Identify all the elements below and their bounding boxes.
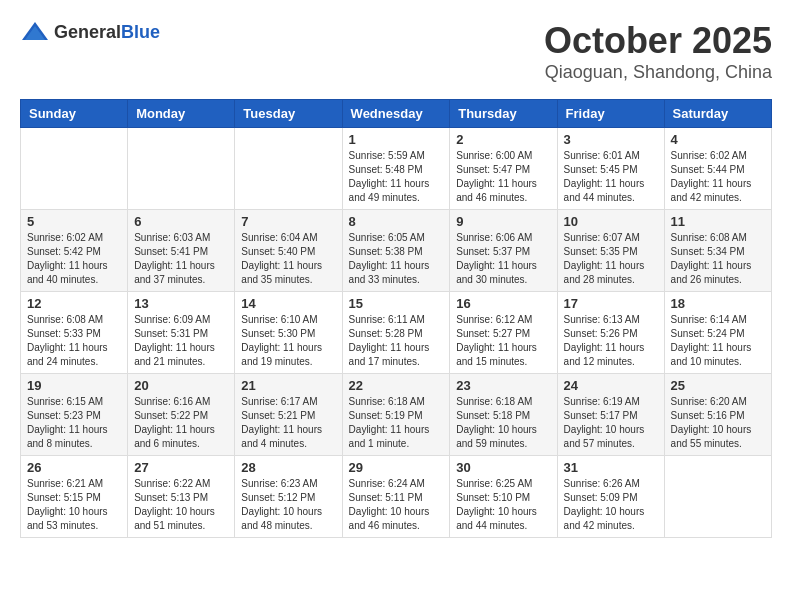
day-info: Sunrise: 6:23 AM Sunset: 5:12 PM Dayligh… [241, 477, 335, 533]
day-number: 31 [564, 460, 658, 475]
day-number: 21 [241, 378, 335, 393]
calendar-day-cell: 14Sunrise: 6:10 AM Sunset: 5:30 PM Dayli… [235, 292, 342, 374]
logo-icon [20, 20, 50, 44]
day-info: Sunrise: 6:24 AM Sunset: 5:11 PM Dayligh… [349, 477, 444, 533]
page-header: GeneralBlue October 2025 Qiaoguan, Shand… [20, 20, 772, 83]
weekday-header: Tuesday [235, 100, 342, 128]
day-info: Sunrise: 6:04 AM Sunset: 5:40 PM Dayligh… [241, 231, 335, 287]
day-info: Sunrise: 6:02 AM Sunset: 5:44 PM Dayligh… [671, 149, 765, 205]
day-number: 11 [671, 214, 765, 229]
day-info: Sunrise: 6:14 AM Sunset: 5:24 PM Dayligh… [671, 313, 765, 369]
day-info: Sunrise: 6:19 AM Sunset: 5:17 PM Dayligh… [564, 395, 658, 451]
calendar-week-row: 26Sunrise: 6:21 AM Sunset: 5:15 PM Dayli… [21, 456, 772, 538]
calendar-day-cell [128, 128, 235, 210]
day-info: Sunrise: 6:13 AM Sunset: 5:26 PM Dayligh… [564, 313, 658, 369]
day-info: Sunrise: 6:08 AM Sunset: 5:33 PM Dayligh… [27, 313, 121, 369]
calendar-day-cell: 29Sunrise: 6:24 AM Sunset: 5:11 PM Dayli… [342, 456, 450, 538]
calendar-day-cell: 12Sunrise: 6:08 AM Sunset: 5:33 PM Dayli… [21, 292, 128, 374]
calendar-day-cell: 17Sunrise: 6:13 AM Sunset: 5:26 PM Dayli… [557, 292, 664, 374]
weekday-header: Saturday [664, 100, 771, 128]
day-number: 25 [671, 378, 765, 393]
calendar-day-cell: 28Sunrise: 6:23 AM Sunset: 5:12 PM Dayli… [235, 456, 342, 538]
weekday-header: Monday [128, 100, 235, 128]
day-info: Sunrise: 6:03 AM Sunset: 5:41 PM Dayligh… [134, 231, 228, 287]
weekday-header: Wednesday [342, 100, 450, 128]
calendar-week-row: 1Sunrise: 5:59 AM Sunset: 5:48 PM Daylig… [21, 128, 772, 210]
day-number: 26 [27, 460, 121, 475]
calendar-week-row: 19Sunrise: 6:15 AM Sunset: 5:23 PM Dayli… [21, 374, 772, 456]
day-info: Sunrise: 6:18 AM Sunset: 5:18 PM Dayligh… [456, 395, 550, 451]
day-number: 7 [241, 214, 335, 229]
calendar-day-cell: 26Sunrise: 6:21 AM Sunset: 5:15 PM Dayli… [21, 456, 128, 538]
day-info: Sunrise: 6:25 AM Sunset: 5:10 PM Dayligh… [456, 477, 550, 533]
calendar-day-cell: 25Sunrise: 6:20 AM Sunset: 5:16 PM Dayli… [664, 374, 771, 456]
day-number: 30 [456, 460, 550, 475]
location-title: Qiaoguan, Shandong, China [544, 62, 772, 83]
calendar-day-cell: 30Sunrise: 6:25 AM Sunset: 5:10 PM Dayli… [450, 456, 557, 538]
day-number: 3 [564, 132, 658, 147]
calendar-header: SundayMondayTuesdayWednesdayThursdayFrid… [21, 100, 772, 128]
day-number: 15 [349, 296, 444, 311]
weekday-header: Thursday [450, 100, 557, 128]
logo-blue: Blue [121, 22, 160, 42]
day-number: 19 [27, 378, 121, 393]
day-number: 28 [241, 460, 335, 475]
day-info: Sunrise: 6:15 AM Sunset: 5:23 PM Dayligh… [27, 395, 121, 451]
calendar-week-row: 12Sunrise: 6:08 AM Sunset: 5:33 PM Dayli… [21, 292, 772, 374]
day-info: Sunrise: 6:05 AM Sunset: 5:38 PM Dayligh… [349, 231, 444, 287]
calendar-day-cell: 27Sunrise: 6:22 AM Sunset: 5:13 PM Dayli… [128, 456, 235, 538]
calendar-day-cell: 23Sunrise: 6:18 AM Sunset: 5:18 PM Dayli… [450, 374, 557, 456]
day-number: 8 [349, 214, 444, 229]
day-info: Sunrise: 6:21 AM Sunset: 5:15 PM Dayligh… [27, 477, 121, 533]
day-info: Sunrise: 6:18 AM Sunset: 5:19 PM Dayligh… [349, 395, 444, 451]
calendar-week-row: 5Sunrise: 6:02 AM Sunset: 5:42 PM Daylig… [21, 210, 772, 292]
calendar-day-cell: 7Sunrise: 6:04 AM Sunset: 5:40 PM Daylig… [235, 210, 342, 292]
day-number: 27 [134, 460, 228, 475]
calendar-body: 1Sunrise: 5:59 AM Sunset: 5:48 PM Daylig… [21, 128, 772, 538]
calendar-day-cell: 21Sunrise: 6:17 AM Sunset: 5:21 PM Dayli… [235, 374, 342, 456]
calendar-day-cell: 4Sunrise: 6:02 AM Sunset: 5:44 PM Daylig… [664, 128, 771, 210]
calendar: SundayMondayTuesdayWednesdayThursdayFrid… [20, 99, 772, 538]
calendar-day-cell: 24Sunrise: 6:19 AM Sunset: 5:17 PM Dayli… [557, 374, 664, 456]
day-info: Sunrise: 6:08 AM Sunset: 5:34 PM Dayligh… [671, 231, 765, 287]
calendar-day-cell: 13Sunrise: 6:09 AM Sunset: 5:31 PM Dayli… [128, 292, 235, 374]
day-info: Sunrise: 6:00 AM Sunset: 5:47 PM Dayligh… [456, 149, 550, 205]
calendar-day-cell: 6Sunrise: 6:03 AM Sunset: 5:41 PM Daylig… [128, 210, 235, 292]
calendar-day-cell: 15Sunrise: 6:11 AM Sunset: 5:28 PM Dayli… [342, 292, 450, 374]
month-title: October 2025 [544, 20, 772, 62]
day-info: Sunrise: 6:10 AM Sunset: 5:30 PM Dayligh… [241, 313, 335, 369]
calendar-day-cell [235, 128, 342, 210]
calendar-day-cell: 1Sunrise: 5:59 AM Sunset: 5:48 PM Daylig… [342, 128, 450, 210]
day-info: Sunrise: 6:26 AM Sunset: 5:09 PM Dayligh… [564, 477, 658, 533]
calendar-day-cell: 10Sunrise: 6:07 AM Sunset: 5:35 PM Dayli… [557, 210, 664, 292]
day-number: 9 [456, 214, 550, 229]
day-number: 20 [134, 378, 228, 393]
calendar-day-cell: 5Sunrise: 6:02 AM Sunset: 5:42 PM Daylig… [21, 210, 128, 292]
calendar-day-cell: 16Sunrise: 6:12 AM Sunset: 5:27 PM Dayli… [450, 292, 557, 374]
weekday-header: Friday [557, 100, 664, 128]
day-info: Sunrise: 6:16 AM Sunset: 5:22 PM Dayligh… [134, 395, 228, 451]
day-info: Sunrise: 5:59 AM Sunset: 5:48 PM Dayligh… [349, 149, 444, 205]
day-number: 18 [671, 296, 765, 311]
weekday-row: SundayMondayTuesdayWednesdayThursdayFrid… [21, 100, 772, 128]
day-number: 4 [671, 132, 765, 147]
calendar-day-cell: 31Sunrise: 6:26 AM Sunset: 5:09 PM Dayli… [557, 456, 664, 538]
day-info: Sunrise: 6:01 AM Sunset: 5:45 PM Dayligh… [564, 149, 658, 205]
calendar-day-cell: 11Sunrise: 6:08 AM Sunset: 5:34 PM Dayli… [664, 210, 771, 292]
day-number: 12 [27, 296, 121, 311]
day-number: 14 [241, 296, 335, 311]
calendar-day-cell [664, 456, 771, 538]
day-number: 2 [456, 132, 550, 147]
calendar-day-cell: 8Sunrise: 6:05 AM Sunset: 5:38 PM Daylig… [342, 210, 450, 292]
day-number: 16 [456, 296, 550, 311]
day-info: Sunrise: 6:20 AM Sunset: 5:16 PM Dayligh… [671, 395, 765, 451]
day-info: Sunrise: 6:11 AM Sunset: 5:28 PM Dayligh… [349, 313, 444, 369]
day-number: 17 [564, 296, 658, 311]
day-info: Sunrise: 6:06 AM Sunset: 5:37 PM Dayligh… [456, 231, 550, 287]
calendar-day-cell: 18Sunrise: 6:14 AM Sunset: 5:24 PM Dayli… [664, 292, 771, 374]
day-number: 24 [564, 378, 658, 393]
calendar-day-cell: 20Sunrise: 6:16 AM Sunset: 5:22 PM Dayli… [128, 374, 235, 456]
day-number: 1 [349, 132, 444, 147]
logo: GeneralBlue [20, 20, 160, 44]
weekday-header: Sunday [21, 100, 128, 128]
